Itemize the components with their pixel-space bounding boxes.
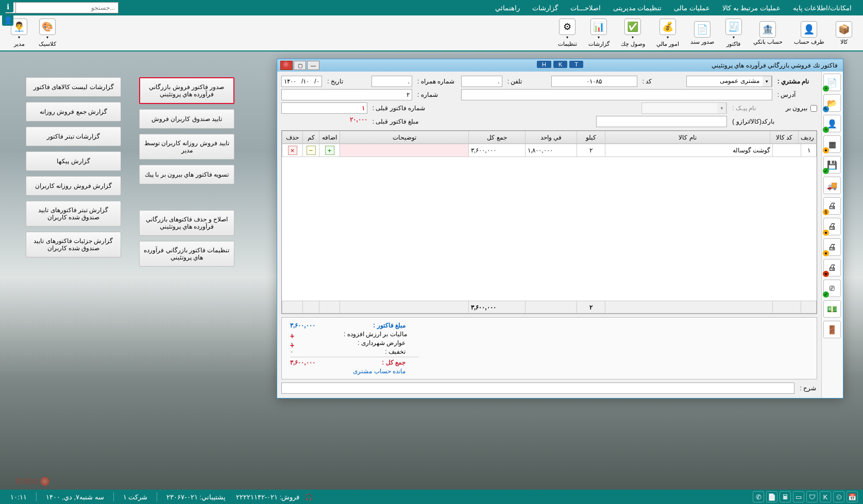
grid-row[interactable]: ۱ گوشت گوساله ۲ ۱,۸۰۰,۰۰۰ ۳,۶۰۰,۰۰۰ + − … bbox=[282, 144, 817, 157]
menu-item[interactable]: امکانات/اطلاعات پایه bbox=[787, 4, 858, 12]
side-print3[interactable]: 🖨● bbox=[823, 238, 841, 256]
tool-cheque[interactable]: ✅▾وصول چك bbox=[615, 16, 651, 50]
menu-item[interactable]: عملیات مالی bbox=[668, 4, 716, 12]
tool-invoice[interactable]: 🧾▾فاکتور bbox=[720, 16, 748, 50]
summary-panel: مبلغ فاکتور :۳,۶۰۰,۰۰۰ + مالیات بر ارزش … bbox=[281, 317, 817, 379]
shortcut-btn[interactable]: تسویه فاکتور هاي بیرون بر با پیك bbox=[139, 165, 234, 184]
label: عوارض شهرداری : bbox=[344, 339, 405, 346]
barcode-input[interactable] bbox=[596, 116, 727, 127]
sb-paper-icon[interactable]: 📄 bbox=[766, 491, 777, 502]
minus-button[interactable]: − bbox=[307, 146, 316, 155]
info-icon[interactable]: ℹ bbox=[2, 1, 13, 12]
shortcut-btn[interactable]: اصلاح و حذف فاکتوهای بازرگاني فرآورده ها… bbox=[139, 210, 234, 236]
customer-select[interactable]: ▼مشتری عمومی bbox=[686, 76, 772, 87]
number-input[interactable] bbox=[281, 89, 412, 100]
grid-footer: ۲ ۳,۶۰۰,۰۰۰ bbox=[282, 301, 817, 314]
cell-kilo[interactable]: ۲ bbox=[577, 144, 605, 157]
search-input[interactable] bbox=[15, 2, 119, 13]
shortcut-btn[interactable]: گزارشات تیتر فاکتور bbox=[26, 127, 121, 146]
invoice-window: ✕ ▢ — H K T فاكتور تك فروشي بازرگاني فرآ… bbox=[277, 59, 843, 398]
shortcut-btn[interactable]: گزارش فروش روزانه کاربران bbox=[26, 176, 121, 196]
side-print2[interactable]: 🖨● bbox=[823, 218, 841, 235]
description-input[interactable] bbox=[281, 383, 794, 394]
col-header: کیلو bbox=[577, 131, 605, 144]
tool-finance[interactable]: 💰▾امور مالي bbox=[651, 16, 685, 50]
shortcut-btn[interactable]: تایید فروش روزانه کاربران توسط مدیر bbox=[139, 134, 234, 160]
label: تلفن : bbox=[506, 76, 547, 87]
side-stamp[interactable]: ⎚✓ bbox=[823, 280, 841, 297]
tab-k[interactable]: K bbox=[553, 61, 567, 68]
cell-name[interactable]: گوشت گوساله bbox=[605, 144, 773, 157]
plus-icon: + bbox=[290, 332, 294, 340]
code-input[interactable] bbox=[551, 76, 637, 87]
sb-calendar-icon[interactable]: 📅 bbox=[847, 491, 858, 502]
side-table[interactable]: ▦● bbox=[823, 135, 841, 153]
address-input[interactable] bbox=[461, 89, 772, 100]
side-user[interactable]: 👤+ bbox=[823, 115, 841, 132]
phone-input[interactable] bbox=[461, 76, 502, 87]
shortcut-btn[interactable]: گزارش جمع فروش روزانه bbox=[26, 102, 121, 121]
tool-goods[interactable]: 📦کالا bbox=[830, 19, 858, 48]
label: جمع کل : bbox=[344, 359, 405, 366]
tab-t[interactable]: T bbox=[569, 61, 583, 68]
tool-account-party[interactable]: 👤طرف حساب bbox=[788, 19, 830, 48]
sb-card-icon[interactable]: ▭ bbox=[793, 491, 804, 502]
label: شماره : bbox=[416, 89, 457, 100]
sb-calc-icon[interactable]: 🖩 bbox=[780, 491, 791, 502]
cell-unit[interactable]: ۱,۸۰۰,۰۰۰ bbox=[526, 144, 577, 157]
sb-clock-icon[interactable]: ⏲ bbox=[833, 491, 844, 502]
shortcut-btn[interactable]: تایید صندوق کاربران فروش bbox=[139, 109, 234, 129]
shortcut-btn[interactable]: گزارش پیکها bbox=[26, 151, 121, 171]
side-transfer[interactable]: 🚚 bbox=[823, 177, 841, 194]
side-pay[interactable]: 💵 bbox=[823, 300, 841, 318]
sb-company: شرکت ۱ bbox=[123, 493, 148, 501]
col-header: في واحد bbox=[526, 131, 577, 144]
shortcut-btn[interactable]: گزارشات لیست کالاهای فاکتور bbox=[26, 77, 121, 97]
label: شرح : bbox=[799, 383, 817, 394]
main-toolbar: 📦کالا 👤طرف حساب 🏦حساب بانکي 🧾▾فاکتور 📄صد… bbox=[0, 15, 863, 51]
cell-desc[interactable] bbox=[340, 144, 469, 157]
shortcut-btn[interactable]: تنظیمات فاکتور بازرگاني فرآورده هاي پروت… bbox=[139, 241, 234, 267]
side-print4[interactable]: 🖨● bbox=[823, 259, 841, 276]
menubar: امکانات/اطلاعات پایه عملیات مرتبط به کال… bbox=[0, 0, 863, 15]
side-save[interactable]: 💾✓ bbox=[823, 156, 841, 173]
side-print-money[interactable]: 🖨$ bbox=[823, 197, 841, 215]
label: کد : bbox=[641, 76, 682, 87]
tool-settings[interactable]: ⚙▾تنظیمات bbox=[552, 16, 583, 50]
out-checkbox[interactable] bbox=[810, 105, 817, 112]
menu-item[interactable]: تنظیمات مدیریتی bbox=[607, 4, 668, 12]
label: مبلغ فاکتور : bbox=[344, 322, 405, 329]
sb-shield-icon[interactable]: 🛡 bbox=[806, 491, 818, 502]
label: آدرس : bbox=[776, 89, 817, 100]
maximize-icon[interactable]: ▢ bbox=[294, 61, 306, 70]
sb-phone-icon[interactable]: ✆ bbox=[753, 491, 764, 502]
sb-k-icon[interactable]: K bbox=[820, 491, 831, 502]
user-icon[interactable]: 👤 bbox=[2, 14, 13, 26]
side-open[interactable]: 📂✎ bbox=[823, 94, 841, 112]
shortcut-btn[interactable]: گزارش جزئیات فاکتورهای تایید صندوق شده ک… bbox=[26, 232, 121, 257]
plus-icon: + bbox=[290, 341, 294, 350]
add-button[interactable]: + bbox=[325, 146, 334, 155]
tool-voucher[interactable]: 📄صدور سند bbox=[685, 19, 720, 48]
tab-h[interactable]: H bbox=[537, 61, 551, 68]
tool-classic[interactable]: 🎨▾کلاسیک bbox=[33, 16, 62, 50]
shortcut-invoice-issue[interactable]: صدور فاکتور فروش بازرگاني فرآورده هاي پر… bbox=[139, 77, 234, 104]
delete-button[interactable]: × bbox=[288, 146, 297, 155]
date-input[interactable] bbox=[281, 76, 322, 87]
tool-bank[interactable]: 🏦حساب بانکي bbox=[748, 19, 788, 48]
cell-code[interactable] bbox=[773, 144, 801, 157]
menu-item[interactable]: راهنمائي bbox=[489, 4, 526, 12]
side-exit[interactable]: 🚪 bbox=[823, 321, 841, 338]
side-new[interactable]: 📄+ bbox=[823, 74, 841, 91]
col-header: توضیحات bbox=[340, 131, 469, 144]
tool-reports[interactable]: 📊▾گزارشات bbox=[583, 16, 615, 50]
shortcut-btn[interactable]: گزارش تیتر فاکتورهای تایید صندوق شده کار… bbox=[26, 201, 121, 227]
courier-select[interactable]: ▼ bbox=[641, 102, 727, 114]
menu-item[interactable]: اصلاحـــات bbox=[564, 4, 607, 12]
menu-item[interactable]: گزارشات bbox=[526, 4, 564, 12]
record-dot-icon bbox=[282, 61, 290, 68]
mobile-input[interactable] bbox=[371, 76, 412, 87]
minimize-icon[interactable]: — bbox=[307, 61, 319, 70]
menu-item[interactable]: عملیات مرتبط به کالا bbox=[716, 4, 787, 12]
label: نام پیـک : bbox=[731, 102, 772, 114]
